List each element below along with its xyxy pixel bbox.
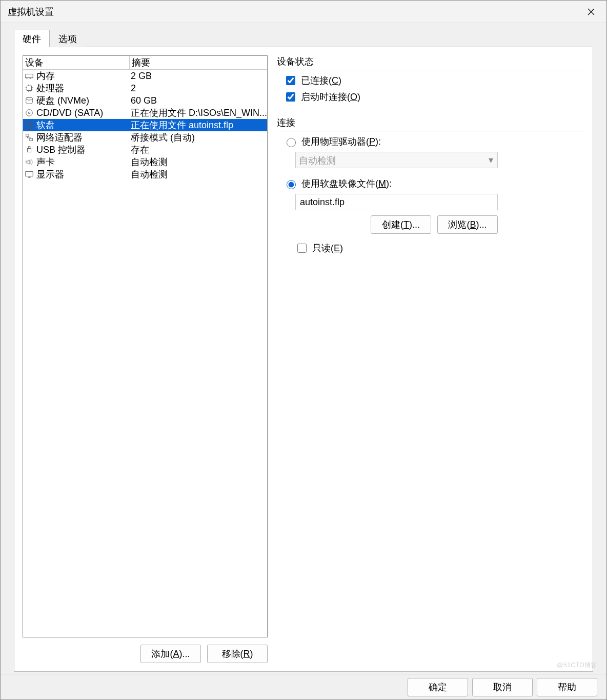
device-name-cell: USB 控制器: [23, 144, 130, 156]
connection-group: 连接 使用物理驱动器(P): 自动检测 ▾ 使用软盘映像文件(M):: [277, 116, 584, 258]
connected-checkbox-row[interactable]: 已连接(C): [284, 74, 584, 87]
device-row[interactable]: 显示器自动检测: [23, 168, 267, 181]
cd-icon: [24, 108, 34, 118]
network-icon: [24, 132, 34, 143]
image-path-input[interactable]: [295, 194, 498, 210]
svg-rect-7: [26, 134, 29, 137]
device-row[interactable]: USB 控制器存在: [23, 144, 267, 156]
device-name-cell: 硬盘 (NVMe): [23, 94, 130, 107]
device-name: USB 控制器: [36, 144, 86, 156]
device-summary: 60 GB: [130, 95, 267, 106]
device-button-row: 添加(A)... 移除(R): [23, 645, 268, 663]
device-summary: 存在: [130, 144, 267, 156]
device-summary: 正在使用文件 D:\ISOs\EN_WIN...: [130, 107, 267, 119]
device-name-cell: CD/DVD (SATA): [23, 108, 130, 118]
svg-point-2: [26, 97, 33, 100]
use-physical-row[interactable]: 使用物理驱动器(P):: [284, 135, 584, 148]
device-table-header: 设备 摘要: [23, 56, 267, 70]
add-button[interactable]: 添加(A)...: [140, 645, 201, 663]
disk-icon: [24, 95, 34, 106]
device-name-cell: 声卡: [23, 156, 130, 168]
svg-rect-10: [28, 147, 30, 149]
use-image-row[interactable]: 使用软盘映像文件(M):: [284, 177, 584, 190]
connect-at-power-row[interactable]: 启动时连接(O): [284, 91, 584, 103]
device-table: 设备 摘要 内存2 GB处理器2硬盘 (NVMe)60 GBCD/DVD (SA…: [23, 55, 268, 637]
device-status-group: 设备状态 已连接(C) 启动时连接(O): [277, 55, 584, 107]
remove-button[interactable]: 移除(R): [207, 645, 268, 663]
svg-point-4: [28, 112, 30, 114]
readonly-checkbox[interactable]: [297, 244, 307, 253]
usb-icon: [24, 145, 34, 155]
device-name: 硬盘 (NVMe): [36, 94, 89, 107]
svg-rect-6: [27, 126, 32, 128]
close-button[interactable]: [578, 1, 604, 23]
device-status-title: 设备状态: [277, 55, 584, 70]
left-column: 设备 摘要 内存2 GB处理器2硬盘 (NVMe)60 GBCD/DVD (SA…: [23, 55, 268, 663]
device-name-cell: 软盘: [23, 119, 130, 131]
device-name: 网络适配器: [36, 131, 83, 144]
connected-label: 已连接(C): [301, 74, 341, 87]
sound-icon: [24, 157, 34, 167]
connect-at-power-checkbox[interactable]: [286, 92, 295, 102]
dialog-title: 虚拟机设置: [8, 6, 578, 18]
cpu-icon: [24, 83, 34, 93]
device-summary: 正在使用文件 autoinst.flp: [130, 119, 267, 131]
device-name: 声卡: [36, 156, 55, 168]
svg-rect-5: [27, 122, 30, 125]
tab-bar: 硬件 选项: [14, 29, 593, 47]
readonly-row[interactable]: 只读(E): [295, 242, 584, 254]
device-name-cell: 网络适配器: [23, 131, 130, 144]
watermark: @51CTO博客: [557, 661, 597, 670]
physical-drive-combo: 自动检测 ▾: [295, 152, 498, 168]
titlebar: 虚拟机设置: [1, 1, 606, 23]
device-row[interactable]: 处理器2: [23, 82, 267, 94]
device-name: 显示器: [36, 168, 64, 181]
floppy-icon: [24, 120, 34, 130]
connection-title: 连接: [277, 116, 584, 131]
device-row[interactable]: 硬盘 (NVMe)60 GB: [23, 94, 267, 107]
device-name-cell: 内存: [23, 70, 130, 82]
device-name: 处理器: [36, 82, 64, 94]
physical-indent: 自动检测 ▾: [295, 152, 584, 168]
create-button[interactable]: 创建(T)...: [371, 215, 431, 234]
connected-checkbox[interactable]: [286, 76, 295, 85]
device-row[interactable]: 软盘正在使用文件 autoinst.flp: [23, 119, 267, 131]
tab-hardware[interactable]: 硬件: [14, 30, 50, 47]
tab-panel-hardware: 设备 摘要 内存2 GB处理器2硬盘 (NVMe)60 GBCD/DVD (SA…: [14, 47, 593, 672]
device-row[interactable]: 网络适配器桥接模式 (自动): [23, 131, 267, 144]
tab-options[interactable]: 选项: [50, 30, 86, 47]
device-row[interactable]: CD/DVD (SATA)正在使用文件 D:\ISOs\EN_WIN...: [23, 107, 267, 119]
device-name: 软盘: [36, 119, 55, 131]
vm-settings-dialog: 虚拟机设置 硬件 选项 设备 摘要 内存2 GB处理器2硬盘 (NVMe)60 …: [0, 0, 607, 700]
use-physical-label: 使用物理驱动器(P):: [301, 135, 381, 148]
device-summary: 2: [130, 83, 267, 94]
physical-drive-value: 自动检测: [299, 155, 336, 166]
device-summary: 2 GB: [130, 71, 267, 82]
device-row[interactable]: 声卡自动检测: [23, 156, 267, 168]
cancel-button[interactable]: 取消: [472, 678, 533, 696]
display-icon: [24, 169, 34, 179]
right-column: 设备状态 已连接(C) 启动时连接(O) 连接 使用物理驱动器(P):: [277, 55, 584, 663]
close-icon: [588, 8, 595, 15]
device-summary: 桥接模式 (自动): [130, 131, 267, 144]
device-name: CD/DVD (SATA): [36, 108, 103, 118]
memory-icon: [24, 71, 34, 81]
readonly-label: 只读(E): [312, 242, 343, 254]
use-physical-radio[interactable]: [287, 138, 296, 147]
device-name: 内存: [36, 70, 55, 82]
help-button[interactable]: 帮助: [537, 678, 597, 696]
svg-point-3: [26, 110, 33, 116]
ok-button[interactable]: 确定: [408, 678, 468, 696]
image-indent: 创建(T)... 浏览(B)...: [295, 194, 584, 234]
device-summary: 自动检测: [130, 156, 267, 168]
use-image-radio[interactable]: [287, 180, 296, 189]
device-row[interactable]: 内存2 GB: [23, 70, 267, 82]
dialog-body: 硬件 选项 设备 摘要 内存2 GB处理器2硬盘 (NVMe)60 GBCD/D…: [1, 23, 606, 674]
action-bar: 确定 取消 帮助: [1, 674, 606, 699]
device-summary: 自动检测: [130, 168, 267, 181]
browse-button[interactable]: 浏览(B)...: [437, 215, 498, 234]
header-device: 设备: [23, 56, 130, 69]
connect-at-power-label: 启动时连接(O): [301, 91, 360, 103]
svg-rect-1: [27, 86, 32, 91]
header-summary: 摘要: [130, 56, 267, 69]
